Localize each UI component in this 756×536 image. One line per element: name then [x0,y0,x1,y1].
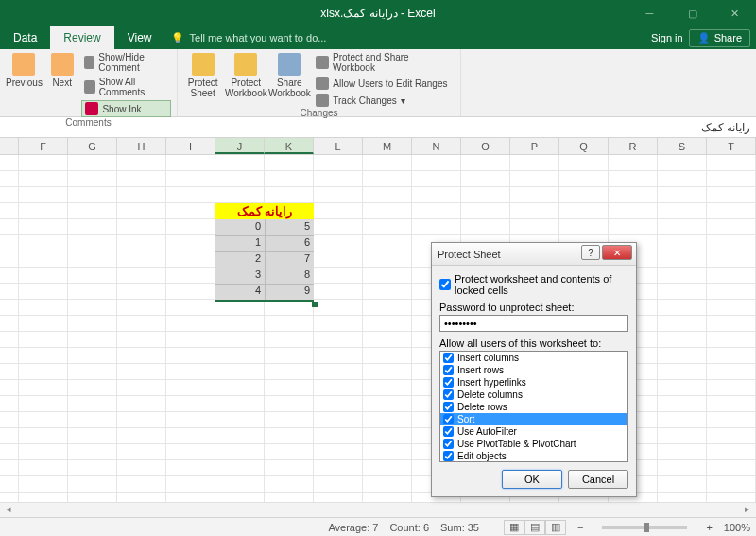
perm-label: Sort [457,413,474,425]
ok-button[interactable]: OK [502,470,562,489]
column-header-F[interactable]: F [19,138,68,154]
column-header-H[interactable]: H [117,138,166,154]
password-input[interactable] [439,315,628,332]
column-header-J[interactable]: J [215,138,265,154]
cell-k-3[interactable]: 8 [268,268,310,280]
zoom-in-icon[interactable]: + [706,522,712,533]
ribbon: Previous Next Show/Hide Comment Show All… [0,49,756,117]
perm-checkbox[interactable] [443,389,454,400]
page-break-icon[interactable]: ▥ [545,520,566,535]
window-close-icon[interactable]: ✕ [713,0,756,26]
show-hide-comment-button[interactable]: Show/Hide Comment [81,51,171,74]
protect-sheet-button[interactable]: Protect Sheet [183,51,222,98]
cell-k-2[interactable]: 7 [268,252,310,264]
spreadsheet-grid[interactable]: FGHIJKLMNOPQRST 0516273849 رایانه کمک [0,138,756,529]
cell-j-4[interactable]: 4 [219,285,261,296]
perm-checkbox[interactable] [443,353,454,363]
sign-in-link[interactable]: Sign in [651,32,683,43]
perm-item-delete-columns[interactable]: Delete columns [440,389,627,401]
perm-item-edit-objects[interactable]: Edit objects [440,450,627,462]
zoom-level: 100% [724,522,750,533]
cell-k-0[interactable]: 5 [268,220,310,232]
permissions-list[interactable]: Insert columnsInsert rowsInsert hyperlin… [439,351,628,462]
perm-checkbox[interactable] [443,451,454,461]
tab-data[interactable]: Data [0,26,50,49]
perm-label: Use AutoFilter [457,425,517,438]
protect-share-workbook-button[interactable]: Protect and Share Workbook [313,51,455,74]
perm-item-use-pivottable-pivotchart[interactable]: Use PivotTable & PivotChart [440,438,627,450]
track-changes-button[interactable]: Track Changes ▾ [313,93,455,108]
perm-label: Insert columns [457,352,519,364]
title-bar: xlsx.درایانه کمک - Excel ─ ▢ ✕ [0,0,756,26]
dialog-help-icon[interactable]: ? [581,245,600,260]
perm-checkbox[interactable] [443,377,454,388]
window-minimize-icon[interactable]: ─ [628,0,671,26]
perm-item-insert-columns[interactable]: Insert columns [440,352,627,364]
dialog-title-bar[interactable]: Protect Sheet ? ✕ [432,243,636,266]
column-header-L[interactable]: L [314,138,363,154]
scroll-left-icon[interactable]: ◂ [0,503,17,517]
show-all-comments-button[interactable]: Show All Comments [81,76,171,98]
cell-k-4[interactable]: 9 [268,285,310,296]
horizontal-scrollbar[interactable]: ◂ ▸ [0,502,756,517]
perm-checkbox[interactable] [443,365,454,375]
column-header-S[interactable]: S [658,138,707,154]
cell-j-1[interactable]: 1 [219,236,261,248]
column-header-N[interactable]: N [412,138,461,154]
cell-j-3[interactable]: 3 [219,268,261,280]
cells-area[interactable] [0,155,756,529]
column-header-Q[interactable]: Q [559,138,609,154]
column-header-P[interactable]: P [510,138,559,154]
show-ink-button[interactable]: Show Ink [81,100,171,117]
perm-item-insert-hyperlinks[interactable]: Insert hyperlinks [440,376,627,389]
column-header-R[interactable]: R [609,138,658,154]
share-workbook-button[interactable]: Share Workbook [269,51,309,98]
bulb-icon: 💡 [171,32,184,44]
scroll-right-icon[interactable]: ▸ [739,503,756,517]
allow-label: Allow all users of this worksheet to: [439,337,628,349]
perm-item-sort[interactable]: Sort [440,413,627,425]
cancel-button[interactable]: Cancel [568,470,628,489]
zoom-slider[interactable] [602,526,687,529]
perm-item-use-autofilter[interactable]: Use AutoFilter [440,425,627,438]
perm-checkbox[interactable] [443,402,454,412]
column-header-I[interactable]: I [166,138,215,154]
column-headers: FGHIJKLMNOPQRST [0,138,756,155]
tab-view[interactable]: View [114,26,165,49]
dialog-close-icon[interactable]: ✕ [602,245,632,260]
column-header-K[interactable]: K [265,138,314,154]
status-sum: Sum: 35 [440,522,479,533]
fill-handle[interactable] [312,302,318,307]
tab-review[interactable]: Review [50,26,113,49]
status-average: Average: 7 [328,522,378,533]
normal-view-icon[interactable]: ▦ [504,520,524,535]
zoom-out-icon[interactable]: − [577,522,583,533]
cell-k-1[interactable]: 6 [268,236,310,248]
cell-j-2[interactable]: 2 [219,252,261,264]
perm-checkbox[interactable] [443,439,454,449]
formula-text: رایانه کمک [701,121,750,134]
perm-item-insert-rows[interactable]: Insert rows [440,364,627,376]
perm-checkbox[interactable] [443,414,454,424]
allow-edit-ranges-button[interactable]: Allow Users to Edit Ranges [313,76,455,91]
chevron-down-icon: ▾ [401,95,405,106]
share-label: Share [714,32,742,43]
password-label: Password to unprotect sheet: [439,302,628,313]
next-comment-button[interactable]: Next [46,51,78,88]
perm-checkbox[interactable] [443,426,454,437]
column-header-M[interactable]: M [363,138,412,154]
perm-item-delete-rows[interactable]: Delete rows [440,401,627,413]
view-buttons: ▦ ▤ ▥ [504,520,566,535]
previous-comment-button[interactable]: Previous [6,51,43,88]
share-button[interactable]: 👤 Share [689,29,750,47]
cell-j-0[interactable]: 0 [219,220,261,232]
window-restore-icon[interactable]: ▢ [671,0,713,26]
protect-workbook-button[interactable]: Protect Workbook [226,51,266,98]
column-header-O[interactable]: O [461,138,510,154]
column-header-T[interactable]: T [707,138,756,154]
protect-contents-checkbox[interactable] [439,279,451,290]
page-layout-icon[interactable]: ▤ [524,520,545,535]
tell-me-placeholder: Tell me what you want to do... [190,32,327,43]
column-header-G[interactable]: G [68,138,117,154]
tell-me-search[interactable]: 💡 Tell me what you want to do... [171,32,327,44]
